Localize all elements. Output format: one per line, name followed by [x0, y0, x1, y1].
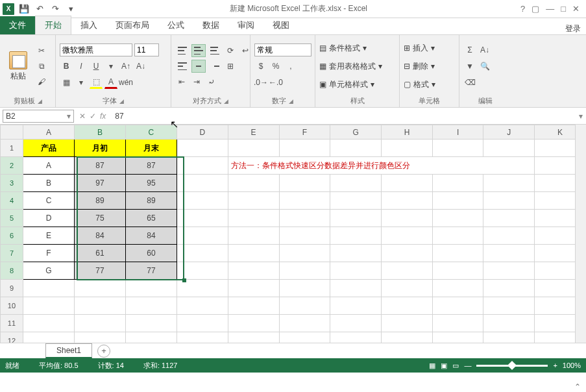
- merge-icon[interactable]: ⊞: [224, 60, 237, 73]
- col-header[interactable]: J: [483, 125, 535, 140]
- cell[interactable]: [279, 227, 330, 245]
- cell[interactable]: [330, 210, 382, 227]
- cell[interactable]: 75: [74, 210, 125, 227]
- increase-decimal-icon[interactable]: .0→: [254, 76, 267, 89]
- cut-icon[interactable]: ✂: [35, 44, 48, 57]
- underline-button[interactable]: U: [90, 60, 103, 73]
- find-icon[interactable]: 🔍: [478, 60, 491, 73]
- cell[interactable]: [382, 227, 433, 245]
- number-format-select[interactable]: [254, 43, 311, 56]
- help-icon[interactable]: ?: [520, 4, 525, 14]
- cell[interactable]: [483, 227, 535, 245]
- row-header[interactable]: 7: [1, 245, 23, 262]
- cell[interactable]: [279, 297, 330, 315]
- indent-decrease-icon[interactable]: ⇤: [175, 75, 188, 88]
- col-header[interactable]: C: [125, 125, 177, 140]
- row-header[interactable]: 1: [1, 140, 23, 157]
- cell[interactable]: [228, 210, 279, 227]
- cell[interactable]: [483, 262, 535, 280]
- redo-icon[interactable]: ↷: [49, 3, 61, 15]
- row-header[interactable]: 3: [1, 175, 23, 192]
- cell[interactable]: 87: [125, 157, 177, 175]
- cell[interactable]: [330, 175, 382, 192]
- cell[interactable]: [279, 332, 330, 343]
- col-header[interactable]: I: [432, 125, 483, 140]
- vertical-scrollbar[interactable]: [575, 125, 586, 343]
- currency-icon[interactable]: $: [254, 60, 267, 73]
- comma-icon[interactable]: ,: [284, 60, 297, 73]
- cell[interactable]: [330, 192, 382, 210]
- zoom-in-icon[interactable]: +: [553, 361, 557, 369]
- collapse-ribbon-icon[interactable]: ⌃: [574, 382, 583, 391]
- cell[interactable]: 产品: [23, 140, 74, 157]
- align-bottom-icon[interactable]: [208, 44, 222, 57]
- cell[interactable]: [279, 315, 330, 332]
- minimize-icon[interactable]: —: [546, 4, 554, 14]
- sheet-tab[interactable]: Sheet1: [45, 343, 92, 358]
- cell[interactable]: [228, 140, 279, 157]
- cell[interactable]: [125, 297, 177, 315]
- view-break-icon[interactable]: ▭: [452, 361, 459, 370]
- cell[interactable]: [23, 297, 74, 315]
- border-more-icon[interactable]: ▾: [75, 76, 88, 89]
- cell[interactable]: [279, 192, 330, 210]
- col-header[interactable]: D: [177, 125, 228, 140]
- cell[interactable]: [330, 245, 382, 262]
- phonetic-icon[interactable]: wén: [119, 76, 132, 89]
- cell[interactable]: [177, 210, 228, 227]
- cell[interactable]: [125, 332, 177, 343]
- cell[interactable]: C: [23, 192, 74, 210]
- cell[interactable]: [74, 315, 125, 332]
- cell[interactable]: 月初: [74, 140, 125, 157]
- tab-insert[interactable]: 插入: [71, 16, 106, 34]
- cell[interactable]: [483, 332, 535, 343]
- conditional-format-button[interactable]: ▤条件格式▾: [319, 40, 382, 56]
- cell[interactable]: [382, 192, 433, 210]
- cell[interactable]: [228, 175, 279, 192]
- select-all-corner[interactable]: [1, 125, 23, 140]
- cell[interactable]: 97: [74, 175, 125, 192]
- fill-icon[interactable]: ▼: [463, 60, 476, 73]
- row-header[interactable]: 10: [1, 297, 23, 315]
- col-header[interactable]: H: [382, 125, 433, 140]
- fx-icon[interactable]: fx: [100, 112, 106, 121]
- align-right-icon[interactable]: [208, 60, 222, 73]
- add-sheet-button[interactable]: +: [97, 345, 110, 358]
- close-icon[interactable]: ✕: [572, 4, 580, 14]
- format-cells-button[interactable]: ▢格式▾: [404, 77, 435, 92]
- qat-more-icon[interactable]: ▾: [65, 3, 77, 15]
- cell[interactable]: [382, 262, 433, 280]
- cell[interactable]: 95: [125, 175, 177, 192]
- delete-cells-button[interactable]: ⊟删除▾: [404, 58, 435, 74]
- cell[interactable]: 77: [125, 262, 177, 280]
- col-header[interactable]: B: [74, 125, 125, 140]
- fill-color-icon[interactable]: ⬚: [90, 76, 103, 89]
- cell[interactable]: [228, 332, 279, 343]
- cell[interactable]: B: [23, 175, 74, 192]
- cell[interactable]: [228, 227, 279, 245]
- col-header[interactable]: F: [279, 125, 330, 140]
- cell[interactable]: [279, 140, 330, 157]
- col-header[interactable]: E: [228, 125, 279, 140]
- cell[interactable]: [74, 297, 125, 315]
- cell[interactable]: [23, 332, 74, 343]
- wrap-text-icon[interactable]: ↩: [239, 44, 252, 57]
- cell[interactable]: [228, 245, 279, 262]
- paste-button[interactable]: 粘贴: [4, 38, 32, 95]
- cell[interactable]: [382, 140, 433, 157]
- cell[interactable]: [23, 315, 74, 332]
- cell[interactable]: [382, 280, 433, 297]
- cell[interactable]: [432, 332, 483, 343]
- login-link[interactable]: 登录: [565, 23, 586, 34]
- grow-font-icon[interactable]: A↑: [119, 60, 132, 73]
- cell[interactable]: F: [23, 245, 74, 262]
- cell[interactable]: [330, 280, 382, 297]
- clear-icon[interactable]: ⌫: [463, 76, 476, 89]
- cell[interactable]: D: [23, 210, 74, 227]
- cell[interactable]: [432, 227, 483, 245]
- accept-formula-icon[interactable]: ✓: [90, 112, 96, 121]
- insert-cells-button[interactable]: ⊞插入▾: [404, 40, 435, 56]
- autosum-icon[interactable]: Σ: [463, 43, 476, 56]
- cell[interactable]: 84: [125, 227, 177, 245]
- cell[interactable]: [177, 175, 228, 192]
